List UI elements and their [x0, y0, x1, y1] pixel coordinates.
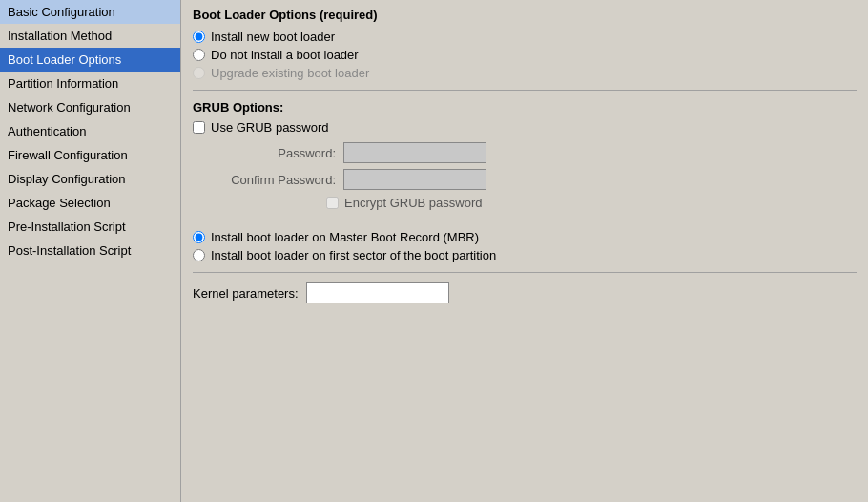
radio-first-sector[interactable]: Install boot loader on first sector of t… — [193, 248, 857, 262]
sidebar-item-installation-method[interactable]: Installation Method — [0, 24, 180, 48]
radio-mbr-input[interactable] — [193, 231, 205, 243]
encrypt-row[interactable]: Encrypt GRUB password — [193, 196, 857, 210]
encrypt-grub-label: Encrypt GRUB password — [344, 196, 483, 210]
divider-2 — [193, 220, 857, 220]
sidebar-item-pre-installation-script[interactable]: Pre-Installation Script — [0, 215, 180, 239]
sidebar-item-firewall-configuration[interactable]: Firewall Configuration — [0, 143, 180, 167]
sidebar-item-partition-information[interactable]: Partition Information — [0, 72, 180, 95]
radio-upgrade-existing-input — [193, 67, 205, 79]
grub-section: GRUB Options: Use GRUB password Password… — [193, 100, 857, 210]
kernel-parameters-input[interactable] — [306, 282, 449, 303]
section-title: Boot Loader Options (required) — [193, 8, 857, 22]
sidebar-item-display-configuration[interactable]: Display Configuration — [0, 167, 180, 191]
kernel-parameters-label: Kernel parameters: — [193, 286, 299, 301]
password-input[interactable] — [343, 142, 486, 163]
boot-location-section: Install boot loader on Master Boot Recor… — [193, 230, 857, 262]
radio-upgrade-existing: Upgrade existing boot loader — [193, 66, 857, 80]
divider-1 — [193, 90, 857, 91]
confirm-password-input[interactable] — [343, 169, 486, 190]
sidebar-item-authentication[interactable]: Authentication — [0, 119, 180, 143]
password-label: Password: — [212, 146, 336, 160]
use-grub-password-checkbox[interactable] — [193, 121, 205, 134]
confirm-password-label: Confirm Password: — [212, 173, 336, 187]
radio-first-sector-label: Install boot loader on first sector of t… — [211, 248, 496, 262]
radio-install-new-input[interactable] — [193, 31, 205, 43]
grub-title: GRUB Options: — [193, 100, 857, 115]
radio-do-not-install-label: Do not install a boot loader — [211, 48, 359, 62]
encrypt-grub-checkbox[interactable] — [326, 197, 339, 209]
kernel-section: Kernel parameters: — [193, 282, 857, 303]
main-content: Boot Loader Options (required) Install n… — [181, 0, 868, 502]
divider-3 — [193, 272, 857, 273]
confirm-password-row: Confirm Password: — [193, 169, 857, 190]
radio-upgrade-existing-label: Upgrade existing boot loader — [211, 66, 369, 80]
password-row: Password: — [193, 142, 857, 163]
radio-first-sector-input[interactable] — [193, 249, 205, 261]
sidebar-item-post-installation-script[interactable]: Post-Installation Script — [0, 239, 180, 262]
sidebar-item-network-configuration[interactable]: Network Configuration — [0, 95, 180, 119]
radio-install-new-label: Install new boot loader — [211, 30, 335, 44]
use-grub-password-label: Use GRUB password — [211, 120, 329, 135]
radio-install-new[interactable]: Install new boot loader — [193, 30, 857, 44]
radio-mbr[interactable]: Install boot loader on Master Boot Recor… — [193, 230, 857, 244]
boot-loader-radio-group: Install new boot loader Do not install a… — [193, 30, 857, 80]
radio-do-not-install-input[interactable] — [193, 49, 205, 61]
radio-do-not-install[interactable]: Do not install a boot loader — [193, 48, 857, 62]
sidebar-item-basic-configuration[interactable]: Basic Configuration — [0, 0, 180, 24]
sidebar: Basic ConfigurationInstallation MethodBo… — [0, 0, 181, 502]
sidebar-item-package-selection[interactable]: Package Selection — [0, 191, 180, 215]
use-grub-password-row[interactable]: Use GRUB password — [193, 120, 857, 135]
radio-mbr-label: Install boot loader on Master Boot Recor… — [211, 230, 479, 244]
sidebar-item-boot-loader-options[interactable]: Boot Loader Options — [0, 48, 180, 72]
